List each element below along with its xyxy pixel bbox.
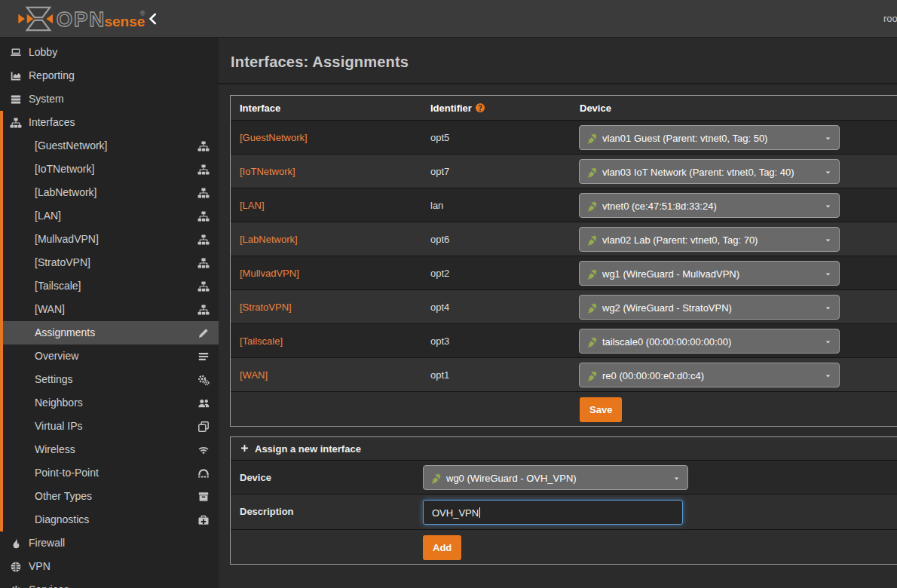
globe-icon — [10, 561, 22, 573]
sitemap-icon — [10, 117, 22, 129]
table-row: [GuestNetwork]opt5vlan01 Guest (Parent: … — [231, 120, 897, 154]
sidebar-item-label: [IoTNetwork] — [35, 158, 94, 181]
list-icon — [197, 351, 210, 363]
plug-icon — [586, 268, 598, 280]
device-select-value: vlan03 IoT Network (Parent: vtnet0, Tag:… — [602, 167, 794, 178]
logged-in-user[interactable]: roo — [883, 13, 897, 24]
new-device-select[interactable]: wg0 (WireGuard - OVH_VPN) — [423, 465, 688, 490]
identifier-value: lan — [430, 200, 443, 211]
description-input[interactable]: OVH_VPN — [423, 500, 683, 525]
plug-icon — [586, 336, 598, 348]
interface-link[interactable]: [Tailscale] — [240, 335, 283, 347]
sidebar-item-label: Firewall — [29, 531, 65, 555]
sidebar-interfaces-section: Interfaces [GuestNetwork][IoTNetwork][La… — [0, 111, 219, 531]
description-label: Description — [240, 506, 294, 517]
interface-link[interactable]: [LabNetwork] — [240, 234, 298, 245]
main-content: Interfaces: Assignments Interface Identi… — [219, 38, 897, 588]
add-row: Add — [231, 529, 897, 564]
caret-down-icon — [824, 305, 832, 311]
sidebar-item-label: Overview — [35, 345, 78, 368]
device-select[interactable]: wg2 (WireGuard - StratoVPN) — [579, 295, 840, 320]
sidebar-item-tailscale[interactable]: [Tailscale] — [0, 274, 219, 298]
sidebar-item-lobby[interactable]: Lobby — [0, 41, 219, 64]
sidebar-item-point-to-point[interactable]: Point-to-Point — [0, 461, 219, 485]
sidebar-item-wireless[interactable]: Wireless — [0, 438, 219, 461]
sidebar-item-system[interactable]: System — [0, 87, 219, 111]
save-row: Save — [231, 391, 897, 426]
brand-opn: OPN — [57, 8, 106, 31]
plug-icon — [586, 234, 598, 246]
description-form-row: Description OVH_VPN — [231, 494, 897, 529]
sidebar-item-other-types[interactable]: Other Types — [0, 485, 219, 508]
sidebar-item-label: Interfaces — [29, 111, 75, 134]
table-row: [LabNetwork]opt6vlan02 Lab (Parent: vtne… — [231, 222, 897, 256]
brand-sense: sense — [104, 14, 145, 29]
sidebar-item-neighbors[interactable]: Neighbors — [0, 391, 219, 415]
interface-link[interactable]: [LAN] — [240, 200, 265, 211]
sidebar-item-stratovpn[interactable]: [StratoVPN] — [0, 251, 219, 274]
device-select-value: vlan02 Lab (Parent: vtnet0, Tag: 70) — [602, 234, 758, 246]
sidebar-item-interfaces[interactable]: Interfaces — [0, 111, 219, 134]
table-row: [IoTNetwork]opt7vlan03 IoT Network (Pare… — [231, 154, 897, 188]
sidebar-collapse-icon[interactable] — [147, 10, 159, 28]
clone-icon — [197, 421, 210, 433]
sitemap-icon — [197, 280, 210, 292]
sidebar-item-label: [GuestNetwork] — [35, 134, 107, 158]
sidebar-item-label: VPN — [29, 555, 51, 578]
wifi-icon — [197, 444, 210, 456]
sidebar-item-guestnetwork[interactable]: [GuestNetwork] — [0, 134, 219, 158]
sidebar-item-label: [Tailscale] — [35, 274, 81, 298]
interface-link[interactable]: [WAN] — [240, 369, 268, 381]
device-select[interactable]: re0 (00:00:00:e0:d0:c4) — [579, 363, 840, 387]
sidebar-item-firewall[interactable]: Firewall — [0, 531, 219, 555]
sidebar-item-mullvadvpn[interactable]: [MullvadVPN] — [0, 228, 219, 251]
sidebar-item-label: System — [29, 87, 64, 111]
device-select[interactable]: wg1 (WireGuard - MullvadVPN) — [579, 261, 840, 286]
plug-icon — [430, 473, 442, 484]
sidebar-item-assignments[interactable]: Assignments — [0, 321, 219, 345]
device-select[interactable]: vlan01 Guest (Parent: vtnet0, Tag: 50) — [579, 125, 840, 150]
new-device-select-value: wg0 (WireGuard - OVH_VPN) — [446, 473, 577, 484]
device-select-value: wg2 (WireGuard - StratoVPN) — [602, 302, 732, 314]
device-select[interactable]: tailscale0 (00:00:00:00:00:00) — [579, 329, 840, 354]
device-select-value: re0 (00:00:00:e0:d0:c4) — [602, 370, 704, 381]
sidebar-item-labnetwork[interactable]: [LabNetwork] — [0, 181, 219, 204]
device-select[interactable]: vlan03 IoT Network (Parent: vtnet0, Tag:… — [579, 159, 840, 184]
caret-down-icon — [824, 237, 832, 243]
sidebar-item-label: Settings — [35, 368, 73, 391]
sidebar-item-reporting[interactable]: Reporting — [0, 64, 219, 87]
sidebar-item-label: Virtual IPs — [35, 415, 83, 438]
sidebar-item-wan[interactable]: [WAN] — [0, 298, 219, 321]
sidebar-item-label: [StratoVPN] — [35, 251, 90, 274]
sidebar-navigation: LobbyReportingSystem Interfaces [GuestNe… — [0, 38, 219, 588]
sidebar-item-overview[interactable]: Overview — [0, 345, 219, 368]
interface-link[interactable]: [IoTNetwork] — [240, 166, 295, 177]
identifier-help-icon[interactable] — [475, 103, 485, 113]
add-button[interactable]: Add — [423, 535, 461, 560]
interface-link[interactable]: [GuestNetwork] — [240, 132, 308, 143]
sidebar-item-iotnetwork[interactable]: [IoTNetwork] — [0, 158, 219, 181]
interface-link[interactable]: [StratoVPN] — [240, 302, 292, 313]
plug-icon — [586, 133, 598, 144]
caret-down-icon — [824, 136, 832, 142]
save-button[interactable]: Save — [580, 397, 622, 422]
fire-icon — [10, 537, 22, 550]
interface-link[interactable]: [MullvadVPN] — [240, 268, 299, 279]
plus-icon — [240, 443, 250, 453]
opnsense-logo: OPN sense ® — [14, 5, 149, 33]
sidebar-item-virtual-ips[interactable]: Virtual IPs — [0, 415, 219, 438]
device-select[interactable]: vtnet0 (ce:47:51:8d:33:24) — [579, 193, 840, 218]
sidebar-item-services[interactable]: Services — [0, 578, 219, 588]
sidebar-item-diagnostics[interactable]: Diagnostics — [0, 508, 219, 531]
sidebar-item-settings[interactable]: Settings — [0, 368, 219, 391]
sidebar-item-label: Diagnostics — [35, 508, 89, 531]
logo-arrow-icon — [18, 14, 25, 23]
sidebar-item-label: Wireless — [35, 438, 75, 461]
sidebar-item-vpn[interactable]: VPN — [0, 555, 219, 578]
device-select[interactable]: vlan02 Lab (Parent: vtnet0, Tag: 70) — [579, 227, 840, 252]
caret-down-icon — [672, 476, 681, 482]
sidebar-item-label: [LAN] — [35, 204, 61, 228]
sidebar-bottom-group: FirewallVPNServices — [0, 531, 219, 588]
sidebar-item-label: Services — [29, 578, 69, 588]
sidebar-item-lan[interactable]: [LAN] — [0, 204, 219, 228]
